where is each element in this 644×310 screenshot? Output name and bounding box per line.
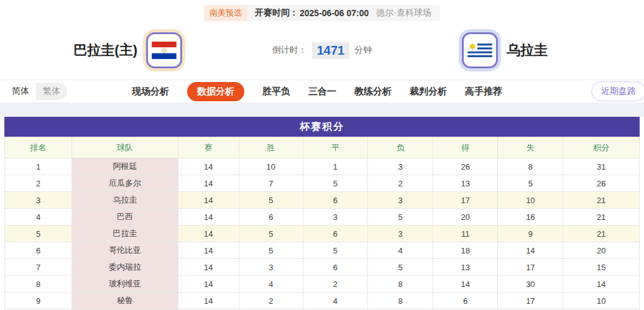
nav-tab-3[interactable]: 三合一 [308,86,336,98]
cell-win: 2 [239,293,303,309]
standings-row: 2厄瓜多尔1475213526 [5,175,640,192]
countdown-label: 倒计时： [272,45,307,56]
cell-played: 14 [178,293,239,309]
standings-row: 7委内瑞拉14365131715 [5,259,640,276]
lang-simplified-button[interactable]: 简体 [5,83,36,100]
column-header: 得 [433,137,498,158]
standings-table: 排名球队赛胜平负得失积分 1阿根廷141013268312厄瓜多尔1475213… [4,137,640,310]
nav-tab-5[interactable]: 裁判分析 [410,86,447,98]
cell-ga: 17 [498,259,563,276]
standings-row: 8玻利维亚14428143014 [5,276,640,293]
venue-name: 德尔·查科球场 [376,7,431,19]
cell-draw: 4 [303,293,367,309]
cell-loss: 3 [367,192,433,209]
cell-draw: 3 [303,209,367,226]
cell-rank: 6 [5,242,72,259]
standings-row: 4巴西14635201621 [5,209,640,226]
nav-tab-1[interactable]: 数据分析 [187,82,244,101]
cell-gf: 6 [433,293,498,309]
cell-draw: 1 [303,158,367,175]
cell-loss: 3 [367,158,433,175]
cell-team: 厄瓜多尔 [72,175,178,192]
cell-pts: 21 [563,226,640,242]
kickoff-label: 开赛时间： [255,7,298,19]
cell-rank: 9 [5,293,72,309]
cell-loss: 5 [367,259,433,276]
column-header: 积分 [563,137,640,158]
recent-handicap-button[interactable]: 近期盘路 [591,81,644,101]
cell-loss: 8 [367,276,433,293]
cell-win: 10 [239,158,303,175]
cell-pts: 26 [563,175,640,192]
standings-section: 杯赛积分 排名球队赛胜平负得失积分 1阿根廷141013268312厄瓜多尔14… [0,117,644,310]
countdown-unit: 分钟 [354,45,372,56]
cell-gf: 18 [433,242,498,259]
teams-row: 巴拉圭(主) 倒计时： 1471 分钟 [0,21,644,80]
cell-win: 5 [239,192,303,209]
cell-played: 14 [178,158,239,175]
paraguay-flag-icon [146,32,182,68]
cell-played: 14 [178,175,239,192]
standings-row: 1阿根廷14101326831 [5,158,640,175]
cell-pts: 21 [563,209,640,226]
page: 南美预选 开赛时间： 2025-06-06 07:00 德尔·查科球场 巴拉圭(… [0,0,644,310]
cell-win: 7 [239,175,303,192]
column-header: 排名 [5,137,72,158]
standings-row: 5巴拉圭1456311921 [5,226,640,242]
cell-rank: 2 [5,175,72,192]
cell-rank: 4 [5,209,72,226]
cell-gf: 13 [433,175,498,192]
cell-played: 14 [178,259,239,276]
cell-rank: 3 [5,192,72,209]
cell-gf: 14 [433,276,498,293]
cell-draw: 6 [303,192,367,209]
language-toggle: 简体 繁体 [5,83,67,100]
nav-tab-0[interactable]: 现场分析 [132,86,169,98]
cell-team: 哥伦比亚 [72,242,178,259]
cell-win: 6 [239,209,303,226]
away-team-name: 乌拉圭 [507,41,548,60]
cell-loss: 8 [367,293,433,309]
cell-team: 阿根廷 [72,158,178,175]
cell-gf: 13 [433,259,498,276]
cell-gf: 20 [433,209,498,226]
cell-team: 委内瑞拉 [72,259,178,276]
standings-header-row: 排名球队赛胜平负得失积分 [5,137,640,158]
cell-pts: 31 [563,158,640,175]
cell-ga: 5 [498,175,563,192]
countdown: 倒计时： 1471 分钟 [257,42,387,59]
cell-win: 5 [239,242,303,259]
cell-gf: 17 [433,192,498,209]
league-badge[interactable]: 南美预选 [204,5,247,21]
column-header: 球队 [72,137,178,158]
cell-win: 5 [239,226,303,242]
home-team-zone: 巴拉圭(主) [0,32,257,68]
cell-ga: 16 [498,209,563,226]
match-header: 南美预选 开赛时间： 2025-06-06 07:00 德尔·查科球场 巴拉圭(… [0,0,644,80]
nav-tab-6[interactable]: 高手推荐 [465,86,502,98]
cell-team: 巴西 [72,209,178,226]
cell-ga: 8 [498,158,563,175]
cell-draw: 5 [303,175,367,192]
cell-rank: 1 [5,158,72,175]
countdown-value: 1471 [312,42,350,59]
section-divider [0,103,644,117]
cell-pts: 14 [563,276,640,293]
cell-loss: 5 [367,209,433,226]
cell-team: 乌拉圭 [72,192,178,209]
nav-tabs: 现场分析数据分析胜平负三合一教练分析裁判分析高手推荐 [132,82,502,101]
nav-tab-2[interactable]: 胜平负 [262,86,290,98]
cell-team: 秘鲁 [72,293,178,309]
cell-ga: 14 [498,242,563,259]
column-header: 胜 [239,137,303,158]
cell-team: 巴拉圭 [72,226,178,242]
cell-ga: 17 [498,293,563,309]
cell-loss: 4 [367,242,433,259]
cell-rank: 7 [5,259,72,276]
cell-played: 14 [178,276,239,293]
cell-draw: 6 [303,259,367,276]
standings-row: 9秘鲁1424861710 [5,293,640,309]
home-team-name: 巴拉圭(主) [73,41,137,60]
nav-tab-4[interactable]: 教练分析 [354,86,392,98]
lang-traditional-button[interactable]: 繁体 [36,83,67,100]
